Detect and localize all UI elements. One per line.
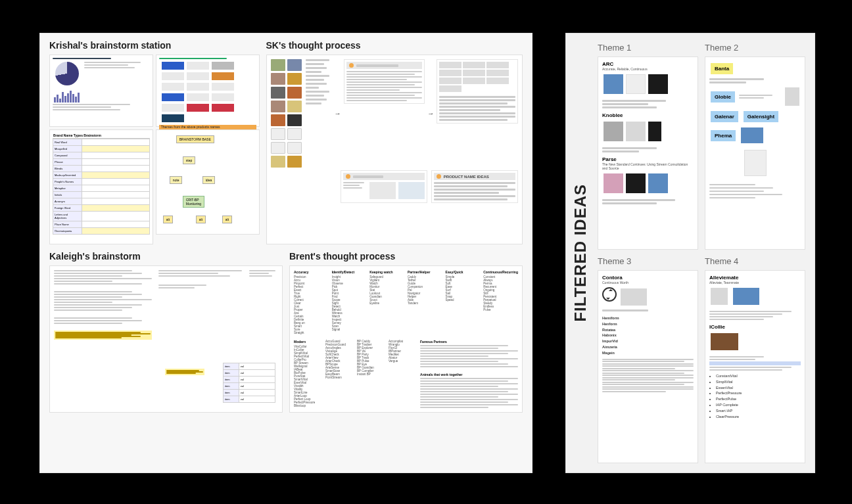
kaleigh-title: Kaleigh's brainstorm — [49, 251, 283, 262]
theme-1-card[interactable]: ARC Accurate, Reliable, Continuous Knobl… — [598, 57, 698, 250]
theme-2-card[interactable]: Banta Globie Galenar Galensight Phema — [705, 57, 805, 250]
theme-2-title: Theme 2 — [705, 43, 805, 53]
bar-chart-icon — [54, 89, 149, 103]
theme-4-card[interactable]: Alleviemate Alleviate, Teammate ICollie … — [705, 270, 805, 463]
pie-chart-icon — [55, 62, 79, 85]
theme-1-title: Theme 1 — [598, 43, 698, 53]
parse-label: Parse — [602, 156, 694, 162]
arc-label: ARC — [602, 61, 694, 67]
brand-name-table: Real WordMisspelledCompoundPhraseBlendsM… — [53, 139, 150, 235]
brent-card[interactable]: AccuracyPrecisionAccuPinpointPerfectExac… — [289, 265, 523, 413]
arrow-icon: → — [335, 110, 341, 117]
theme-3-title: Theme 3 — [598, 256, 698, 266]
animals-label: Animals that work together — [420, 373, 518, 377]
sticky-phema[interactable]: Phema — [711, 130, 736, 141]
sk-title: SK's thought process — [266, 40, 523, 51]
krishal-title: Krishal's brainstorm station — [49, 40, 260, 51]
theme-3-card[interactable]: Contora Continuous Worth HemiformHenform… — [598, 270, 698, 463]
product-ideas-label: PRODUCT NAME IDEAS — [444, 175, 489, 179]
sticky-banta[interactable]: Banta — [711, 63, 733, 74]
brent-title: Brent's thought process — [289, 251, 523, 262]
flowchart: BRAINSTORM BASE step note idea CRIT-BPMo… — [156, 129, 260, 235]
theme-4-title: Theme 4 — [705, 256, 805, 266]
left-whiteboard[interactable]: Krishal's brainstorm station — [39, 33, 532, 473]
contora-label: Contora — [602, 275, 694, 281]
logo-grid — [159, 59, 256, 125]
icollie-label: ICollie — [709, 324, 801, 330]
right-whiteboard[interactable]: FILTERED IDEAS Theme 1 ARC Accurate, Rel… — [565, 33, 815, 473]
alleviate-label: Alleviemate — [709, 275, 801, 281]
filtered-ideas-label: FILTERED IDEAS — [566, 177, 595, 329]
famous-partners-label: Famous Partners — [420, 340, 518, 344]
arrow-icon: → — [427, 110, 434, 117]
table-header: Brand Name Types Brainstorm — [53, 133, 150, 139]
knoblee-label: Knoblee — [602, 112, 694, 118]
kaleigh-card[interactable]: itemval itemval itemval itemval itemval … — [49, 265, 283, 413]
sticky-galenar[interactable]: Galenar — [711, 111, 738, 122]
sticky-galensight[interactable]: Galensight — [744, 111, 778, 122]
cycle-icon — [602, 287, 617, 302]
sticky-globie[interactable]: Globie — [711, 91, 735, 103]
